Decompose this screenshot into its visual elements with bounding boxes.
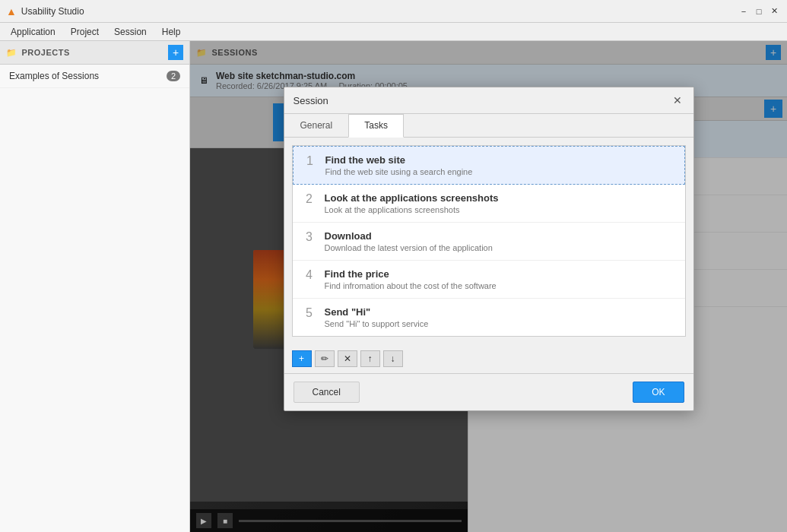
title-bar: ▲ Usability Studio − □ ✕	[0, 0, 787, 23]
modal-task-info-5: Send "Hi" Send "Hi" to support service	[325, 306, 676, 328]
projects-panel-header: 📁 PROJECTS +	[0, 41, 189, 65]
project-item[interactable]: Examples of Sessions 2	[0, 65, 189, 88]
modal-task-num-5: 5	[302, 306, 317, 320]
modal-titlebar: Session ✕	[284, 87, 693, 114]
modal-task-info-2: Look at the applications screenshots Loo…	[325, 192, 676, 214]
modal-task-info-4: Find the price Find infromation about th…	[325, 268, 676, 290]
modal-task-list: 1 Find the web site Find the web site us…	[292, 145, 686, 337]
move-down-button[interactable]: ↓	[383, 350, 403, 367]
tab-tasks[interactable]: Tasks	[348, 114, 404, 138]
modal-task-1[interactable]: 1 Find the web site Find the web site us…	[293, 146, 685, 185]
close-button[interactable]: ✕	[767, 5, 781, 18]
app-title: Usability Studio	[21, 6, 84, 17]
modal-title: Session	[294, 95, 328, 106]
restore-button[interactable]: □	[752, 5, 766, 18]
menu-project[interactable]: Project	[63, 25, 106, 39]
modal-task-3[interactable]: 3 Download Download the latest version o…	[293, 223, 685, 261]
delete-task-button[interactable]: ✕	[338, 350, 357, 367]
move-up-button[interactable]: ↑	[360, 350, 380, 367]
modal-task-num-4: 4	[302, 268, 317, 282]
folder-icon: 📁	[6, 48, 17, 58]
modal-task-num-2: 2	[302, 192, 317, 206]
menu-session[interactable]: Session	[106, 25, 154, 39]
ok-button[interactable]: OK	[633, 382, 684, 403]
modal-task-5[interactable]: 5 Send "Hi" Send "Hi" to support service	[293, 299, 685, 336]
modal-task-2[interactable]: 2 Look at the applications screenshots L…	[293, 185, 685, 223]
project-item-count: 2	[167, 71, 180, 81]
modal-toolbar: + ✏ ✕ ↑ ↓	[284, 344, 693, 373]
project-item-label: Examples of Sessions	[9, 71, 99, 81]
modal-task-info-1: Find the web site Find the web site usin…	[325, 154, 675, 176]
title-bar-controls: − □ ✕	[737, 5, 781, 18]
right-panel: 📁 SESSIONS + 🖥 Web site sketchman-studio…	[190, 41, 787, 532]
modal-task-info-3: Download Download the latest version of …	[325, 230, 676, 252]
title-bar-left: ▲ Usability Studio	[6, 5, 84, 17]
modal-task-num-1: 1	[303, 154, 318, 168]
menu-application[interactable]: Application	[3, 25, 63, 39]
projects-panel-title: 📁 PROJECTS	[6, 48, 70, 58]
edit-task-button[interactable]: ✏	[315, 350, 335, 367]
session-modal: Session ✕ General Tasks 1 Find the web s…	[284, 87, 694, 411]
menu-bar: Application Project Session Help	[0, 23, 787, 41]
add-project-button[interactable]: +	[168, 45, 183, 60]
main-layout: 📁 PROJECTS + Examples of Sessions 2 📁 SE…	[0, 41, 787, 532]
modal-close-button[interactable]: ✕	[671, 93, 684, 107]
menu-help[interactable]: Help	[154, 25, 189, 39]
modal-overlay: Session ✕ General Tasks 1 Find the web s…	[190, 41, 787, 532]
modal-footer: Cancel OK	[284, 373, 693, 410]
minimize-button[interactable]: −	[737, 5, 751, 18]
tab-general[interactable]: General	[284, 114, 349, 137]
left-panel: 📁 PROJECTS + Examples of Sessions 2	[0, 41, 190, 532]
app-icon: ▲	[6, 5, 17, 17]
modal-tabs: General Tasks	[284, 114, 693, 138]
modal-task-num-3: 3	[302, 230, 317, 244]
cancel-button[interactable]: Cancel	[294, 382, 360, 403]
modal-task-4[interactable]: 4 Find the price Find infromation about …	[293, 261, 685, 299]
add-task-button[interactable]: +	[292, 350, 312, 367]
